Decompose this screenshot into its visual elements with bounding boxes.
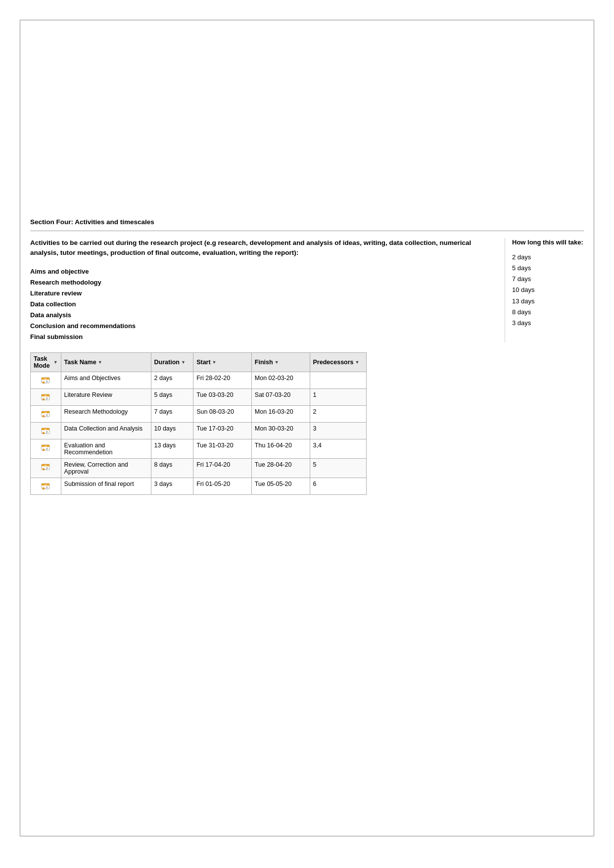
sort-arrow-start: ▼ [212, 360, 217, 365]
svg-point-5 [43, 398, 45, 400]
cell-task-mode-4 [31, 439, 61, 459]
sort-arrow-predecessors: ▼ [355, 360, 360, 365]
cell-predecessors-1: 1 [310, 389, 366, 406]
cell-finish-1: Sat 07-03-20 [251, 389, 310, 406]
col-label-start: Start [196, 359, 210, 366]
table-row: Submission of final report3 daysFri 01-0… [31, 478, 367, 495]
col-header-task_mode[interactable]: Task Mode▼ [31, 353, 61, 372]
content-area: Activities to be carried out during the … [30, 238, 584, 342]
cell-task-mode-6 [31, 478, 61, 495]
cell-finish-3: Mon 30-03-20 [251, 423, 310, 439]
cell-duration-5: 8 days [151, 459, 193, 478]
col-label-duration: Duration [154, 359, 180, 366]
duration-item: 13 days [512, 296, 584, 307]
col-label-task_name: Task Name [64, 359, 96, 366]
task-mode-icon [40, 442, 51, 453]
duration-item: 2 days [512, 252, 584, 263]
cell-duration-1: 5 days [151, 389, 193, 406]
task-mode-icon [40, 391, 51, 402]
cell-predecessors-2: 2 [310, 406, 366, 423]
task-mode-icon [40, 375, 51, 386]
activity-item: Research methodology [30, 277, 500, 288]
cell-start-5: Fri 17-04-20 [193, 459, 252, 478]
col-label-finish: Finish [255, 359, 273, 366]
activities-list: Aims and objectiveResearch methodologyLi… [30, 266, 500, 343]
cell-finish-4: Thu 16-04-20 [251, 439, 310, 459]
svg-point-8 [43, 415, 45, 417]
activity-item: Literature review [30, 288, 500, 299]
cell-duration-4: 13 days [151, 439, 193, 459]
left-column: Activities to be carried out during the … [30, 238, 505, 342]
cell-task-name-4: Evaluation and Recommendetion [61, 439, 151, 459]
table-header: Task Mode▼Task Name▼Duration▼Start▼Finis… [31, 353, 367, 372]
table-body: Aims and Objectives2 daysFri 28-02-20Mon… [31, 372, 367, 495]
table-section: Task Mode▼Task Name▼Duration▼Start▼Finis… [30, 352, 584, 495]
cell-duration-0: 2 days [151, 372, 193, 389]
col-header-task_name[interactable]: Task Name▼ [61, 353, 151, 372]
cell-duration-2: 7 days [151, 406, 193, 423]
cell-start-1: Tue 03-03-20 [193, 389, 252, 406]
intro-text: Activities to be carried out during the … [30, 238, 500, 258]
cell-finish-0: Mon 02-03-20 [251, 372, 310, 389]
table-row: Aims and Objectives2 daysFri 28-02-20Mon… [31, 372, 367, 389]
cell-start-6: Fri 01-05-20 [193, 478, 252, 495]
task-mode-icon [40, 425, 51, 436]
section-title: Section Four: Activities and timescales [30, 218, 154, 226]
cell-task-mode-3 [31, 423, 61, 439]
section-header: Section Four: Activities and timescales [30, 218, 584, 231]
cell-predecessors-6: 6 [310, 478, 366, 495]
svg-point-14 [43, 449, 45, 451]
task-mode-icon [40, 481, 51, 491]
table-row: Evaluation and Recommendetion13 daysTue … [31, 439, 367, 459]
table-row: Data Collection and Analysis10 daysTue 1… [31, 423, 367, 439]
duration-item: 7 days [512, 274, 584, 285]
cell-predecessors-5: 5 [310, 459, 366, 478]
cell-start-0: Fri 28-02-20 [193, 372, 252, 389]
activity-item: Conclusion and recommendations [30, 321, 500, 332]
cell-finish-2: Mon 16-03-20 [251, 406, 310, 423]
sort-arrow-finish: ▼ [275, 360, 279, 365]
how-long-label-text: How long this will take: [512, 239, 583, 246]
col-header-finish[interactable]: Finish▼ [251, 353, 310, 372]
top-spacer [30, 30, 584, 218]
cell-task-mode-1 [31, 389, 61, 406]
page: Section Four: Activities and timescales … [0, 0, 614, 868]
sort-arrow-task_name: ▼ [98, 360, 102, 365]
svg-point-2 [43, 382, 45, 384]
svg-point-11 [43, 432, 45, 434]
cell-task-mode-5 [31, 459, 61, 478]
sort-arrow-duration: ▼ [181, 360, 186, 365]
cell-task-mode-0 [31, 372, 61, 389]
outer-border: Section Four: Activities and timescales … [20, 20, 594, 836]
cell-predecessors-0 [310, 372, 366, 389]
col-header-duration[interactable]: Duration▼ [151, 353, 193, 372]
col-header-predecessors[interactable]: Predecessors▼ [310, 353, 366, 372]
gantt-table: Task Mode▼Task Name▼Duration▼Start▼Finis… [30, 352, 367, 495]
cell-task-name-0: Aims and Objectives [61, 372, 151, 389]
col-header-start[interactable]: Start▼ [193, 353, 252, 372]
header-row: Task Mode▼Task Name▼Duration▼Start▼Finis… [31, 353, 367, 372]
col-label-predecessors: Predecessors [313, 359, 354, 366]
duration-item: 8 days [512, 307, 584, 318]
cell-task-name-6: Submission of final report [61, 478, 151, 495]
col-label-task_mode: Task Mode [34, 355, 52, 369]
how-long-label: How long this will take: [512, 238, 584, 247]
cell-duration-6: 3 days [151, 478, 193, 495]
cell-start-3: Tue 17-03-20 [193, 423, 252, 439]
cell-finish-5: Tue 28-04-20 [251, 459, 310, 478]
cell-finish-6: Tue 05-05-20 [251, 478, 310, 495]
table-row: Research Methodology7 daysSun 08-03-20Mo… [31, 406, 367, 423]
cell-duration-3: 10 days [151, 423, 193, 439]
cell-task-name-1: Literature Review [61, 389, 151, 406]
activity-item: Data analysis [30, 310, 500, 321]
cell-task-name-5: Review, Correction and Approval [61, 459, 151, 478]
task-mode-icon [40, 461, 51, 472]
cell-predecessors-4: 3,4 [310, 439, 366, 459]
activity-item: Data collection [30, 299, 500, 310]
table-row: Literature Review5 daysTue 03-03-20Sat 0… [31, 389, 367, 406]
duration-item: 10 days [512, 285, 584, 295]
table-row: Review, Correction and Approval8 daysFri… [31, 459, 367, 478]
cell-start-4: Tue 31-03-20 [193, 439, 252, 459]
activity-item: Aims and objective [30, 266, 500, 277]
duration-item: 3 days [512, 318, 584, 329]
